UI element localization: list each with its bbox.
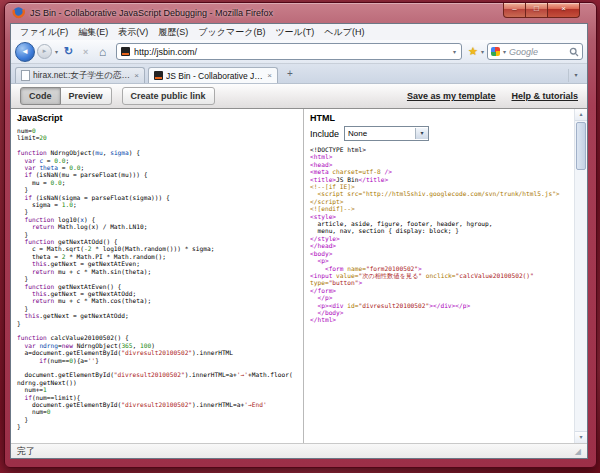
toolbar-button-preview[interactable]: Preview [61, 87, 112, 105]
code-line: } [17, 275, 297, 282]
vertical-scrollbar[interactable]: ▴ ▾ [574, 109, 587, 443]
bookmark-dropdown-icon[interactable]: ▾ [480, 48, 485, 55]
code-line: this.getNext = getNextAtEven; [17, 260, 297, 267]
code-line: return mu + c * Math.sin(theta); [17, 268, 297, 275]
bookmark-star-icon[interactable]: ★ [468, 45, 478, 58]
code-line: function log10(x) { [17, 216, 297, 223]
code-line: <title>JS Bin</title> [310, 176, 568, 183]
code-line: article, aside, figure, footer, header, … [310, 220, 568, 227]
code-line: return Math.log(x) / Math.LN10; [17, 223, 297, 230]
search-engine-dropdown-icon[interactable]: ▾ [502, 48, 507, 55]
urlbar-dropdown-icon[interactable]: ▾ [452, 48, 457, 55]
code-line: if (isNaN(sigma = parseFloat(sigma))) { [17, 194, 297, 201]
code-line: if(num==limit){ [17, 394, 297, 401]
html-panel: HTML Include None ▾ <!DOCTYPE html><html… [304, 109, 574, 443]
toolbar-button-create-public-link[interactable]: Create public link [122, 87, 215, 105]
tab-label: hirax.net::女子学生の恋人選び方... [33, 70, 130, 82]
search-input[interactable]: Google [509, 47, 567, 57]
code-line: <p><div id="divresult20100502"></div></p… [310, 302, 568, 309]
minimize-button[interactable]: – [503, 3, 526, 18]
code-line: </style> [310, 235, 568, 242]
code-line: </head> [310, 242, 568, 249]
code-line: this.getNext = getNextAtOdd; [17, 312, 297, 319]
home-icon[interactable]: ⌂ [95, 45, 110, 59]
code-line: } [17, 320, 297, 327]
url-input[interactable]: http://jsbin.com/ [134, 47, 448, 57]
history-dropdown-icon[interactable]: ▾ [54, 48, 59, 55]
code-line: <![endif]--> [310, 205, 568, 212]
tab-bar: hirax.net::女子学生の恋人選び方...×JS Bin - Collab… [11, 64, 587, 84]
code-line: document.getElementById("divresult201005… [17, 371, 297, 378]
firefox-icon [12, 6, 25, 19]
code-line: <input value="次の相性数値を見る" onclick="calcVa… [310, 272, 568, 279]
menu-item-0[interactable]: ファイル(F) [15, 25, 73, 40]
desktop: { "colors":{ "accent-orange":"#e8641b", … [0, 0, 600, 473]
scrollbar-thumb[interactable] [576, 122, 586, 170]
code-line: } [17, 186, 297, 193]
restore-button[interactable]: □ [526, 3, 547, 18]
toolbar-link-1[interactable]: Help & tutorials [511, 91, 578, 101]
code-line: <style> [310, 213, 568, 220]
code-line: num=0 [17, 127, 297, 134]
menu-bar: ファイル(F)編集(E)表示(V)履歴(S)ブックマーク(B)ツール(T)ヘルプ… [11, 24, 587, 40]
menu-item-2[interactable]: 表示(V) [113, 25, 153, 40]
jsbin-favicon-icon [154, 71, 163, 80]
search-icon[interactable] [569, 47, 579, 57]
menu-item-5[interactable]: ツール(T) [270, 25, 319, 40]
menu-item-1[interactable]: 編集(E) [73, 25, 113, 40]
code-line: menu, nav, section { display: block; } [310, 227, 568, 234]
tab-0[interactable]: hirax.net::女子学生の恋人選び方...× [15, 67, 145, 83]
close-button[interactable]: × [547, 3, 580, 18]
code-line: sigma = 1.0; [17, 201, 297, 208]
html-code-editor[interactable]: <!DOCTYPE html><html><head><meta charset… [310, 146, 568, 324]
toolbar-button-code[interactable]: Code [20, 87, 61, 105]
toolbar-link-0[interactable]: Save as my template [407, 91, 496, 101]
javascript-panel-title: JavaScript [17, 112, 297, 124]
code-line: <head> [310, 161, 568, 168]
scrollbar-down-icon[interactable]: ▾ [575, 431, 587, 443]
resize-grip[interactable]: ◢ [575, 447, 581, 456]
menu-item-4[interactable]: ブックマーク(B) [193, 25, 270, 40]
code-line: </form> [310, 287, 568, 294]
code-line: limit=20 [17, 134, 297, 141]
code-line: return mu + c * Math.cos(theta); [17, 297, 297, 304]
code-line: } [17, 423, 297, 430]
reload-icon[interactable]: ↻ [61, 45, 76, 58]
tab-label: JS Bin - Collaborative JavaSc... [166, 71, 263, 81]
search-box[interactable]: ▾ Google [487, 43, 583, 60]
code-line: } [17, 231, 297, 238]
back-button[interactable]: ◄ [15, 42, 35, 62]
code-line [17, 364, 297, 371]
code-line: function calcValue20100502() { [17, 334, 297, 341]
tab-1[interactable]: JS Bin - Collaborative JavaSc...× [148, 67, 278, 83]
include-row: Include None ▾ [310, 126, 568, 141]
code-line: <p> [310, 257, 568, 264]
code-line: function NdrngObject(mu, sigma) { [17, 149, 297, 156]
scrollbar-up-icon[interactable]: ▴ [575, 109, 587, 121]
javascript-code-editor[interactable]: num=0limit=20function NdrngObject(mu, si… [17, 127, 297, 431]
menu-item-3[interactable]: 履歴(S) [153, 25, 193, 40]
address-bar[interactable]: http://jsbin.com/ ▾ [116, 43, 462, 60]
stop-icon: × [78, 47, 93, 57]
include-select[interactable]: None ▾ [344, 126, 429, 141]
code-line: } [17, 305, 297, 312]
code-line: </script> [310, 198, 568, 205]
code-line: num=0 [17, 408, 297, 415]
browser-client-area: ファイル(F)編集(E)表示(V)履歴(S)ブックマーク(B)ツール(T)ヘルプ… [10, 23, 588, 459]
tab-close-icon[interactable]: × [266, 71, 272, 80]
menu-item-6[interactable]: ヘルプ(H) [319, 25, 369, 40]
list-all-tabs-icon[interactable]: ▾ [568, 69, 583, 82]
forward-button[interactable]: ► [37, 44, 52, 59]
code-line: <!--[if IE]> [310, 183, 568, 190]
new-tab-button[interactable]: + [281, 67, 299, 82]
tab-close-icon[interactable]: × [133, 71, 139, 80]
code-line: c = Math.sqrt(-2 * log10(Math.random()))… [17, 245, 297, 252]
page-icon [21, 70, 30, 81]
code-line: this.getNext = getNextAtOdd; [17, 290, 297, 297]
code-line: </body> [310, 309, 568, 316]
javascript-panel: JavaScript num=0limit=20function NdrngOb… [11, 109, 304, 443]
code-line: <script src="http://html5shiv.googlecode… [310, 190, 568, 197]
select-dropdown-icon[interactable]: ▾ [415, 128, 428, 139]
jsbin-toolbar-buttons: CodePreviewCreate public link [20, 87, 215, 105]
code-line: type="button"> [310, 279, 568, 286]
